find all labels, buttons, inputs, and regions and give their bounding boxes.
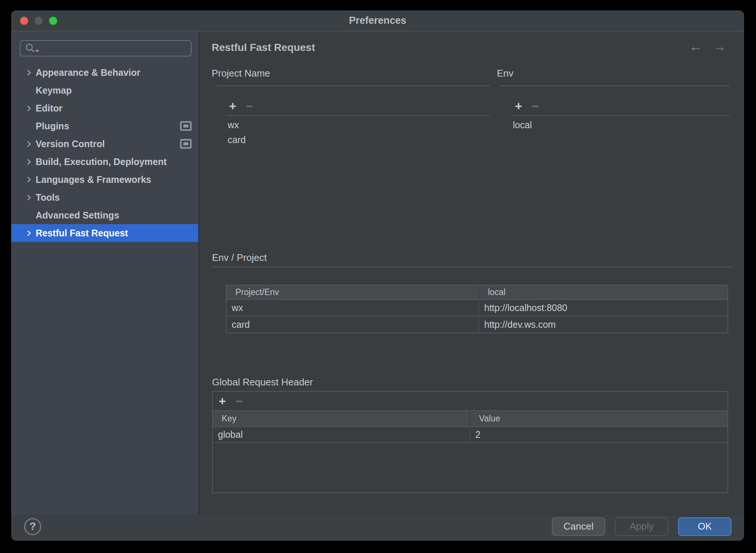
page-title: Restful Fast Request xyxy=(212,42,315,54)
chevron-right-icon[interactable] xyxy=(25,177,31,182)
column-header[interactable]: Key xyxy=(213,411,470,426)
search-filter-chevron-icon[interactable] xyxy=(35,50,39,52)
env-list: local xyxy=(513,117,532,132)
table-row[interactable]: card http://dev.ws.com xyxy=(227,316,727,333)
sidebar-item-label: Languages & Frameworks xyxy=(36,174,151,185)
project-add-button[interactable]: + xyxy=(229,100,236,112)
close-window-button[interactable] xyxy=(20,17,28,25)
project-name-separator xyxy=(216,85,490,86)
project-toolbar: + − xyxy=(229,100,253,112)
env-toolbar: + − xyxy=(515,100,539,112)
zoom-window-button[interactable] xyxy=(49,17,57,25)
search-icon xyxy=(25,43,36,54)
sidebar-item-label: Appearance & Behavior xyxy=(36,67,140,78)
preferences-window: Preferences Appearance & Behavior Keymap xyxy=(11,10,744,541)
chevron-right-icon[interactable] xyxy=(25,159,31,165)
chevron-right-icon[interactable] xyxy=(25,194,31,200)
project-list-item[interactable]: card xyxy=(228,132,246,147)
sidebar-item-advanced-settings[interactable]: Advanced Settings xyxy=(11,206,198,224)
traffic-lights xyxy=(20,17,57,25)
sidebar-item-editor[interactable]: Editor xyxy=(11,99,198,117)
global-header-toolbar: + − xyxy=(213,392,727,411)
global-header-table-header: Key Value xyxy=(213,411,727,427)
project-toolbar-underline xyxy=(227,115,490,116)
env-project-table-header: Project/Env local xyxy=(227,285,727,300)
sidebar-item-keymap[interactable]: Keymap xyxy=(11,81,198,99)
table-row[interactable]: global 2 xyxy=(213,427,727,443)
sidebar-item-label: Editor xyxy=(36,103,62,114)
project-name-section-label: Project Name xyxy=(212,68,270,79)
help-button[interactable]: ? xyxy=(24,518,41,535)
apply-button[interactable]: Apply xyxy=(615,517,668,536)
table-cell[interactable]: 2 xyxy=(470,427,727,442)
sidebar-item-plugins[interactable]: Plugins xyxy=(11,117,198,135)
sidebar-item-build-execution-deployment[interactable]: Build, Execution, Deployment xyxy=(11,153,198,171)
modified-settings-badge-icon xyxy=(180,139,192,149)
cancel-button[interactable]: Cancel xyxy=(552,517,605,536)
env-add-button[interactable]: + xyxy=(515,100,522,112)
env-section-label: Env xyxy=(497,68,514,79)
question-mark-icon: ? xyxy=(29,520,36,533)
sidebar-item-restful-fast-request[interactable]: Restful Fast Request xyxy=(11,224,198,242)
env-project-table: Project/Env local wx http://localhost:80… xyxy=(226,285,728,333)
sidebar-item-languages-frameworks[interactable]: Languages & Frameworks xyxy=(11,171,198,188)
forward-arrow-button[interactable]: → xyxy=(713,40,726,53)
table-cell[interactable]: wx xyxy=(227,300,479,316)
chevron-right-icon[interactable] xyxy=(25,105,31,111)
env-project-separator xyxy=(212,266,733,267)
env-project-section-label: Env / Project xyxy=(212,252,267,263)
global-header-add-button[interactable]: + xyxy=(219,395,226,407)
chevron-right-icon[interactable] xyxy=(25,69,31,75)
sidebar-item-label: Build, Execution, Deployment xyxy=(36,156,167,167)
table-cell[interactable]: card xyxy=(227,316,479,333)
sidebar-item-label: Advanced Settings xyxy=(36,210,119,221)
window-title: Preferences xyxy=(11,10,744,31)
env-remove-button[interactable]: − xyxy=(532,100,539,112)
settings-panel: Restful Fast Request ← → Project Name + … xyxy=(199,32,744,515)
chevron-right-icon[interactable] xyxy=(25,141,31,147)
env-toolbar-underline xyxy=(511,115,730,116)
back-arrow-button[interactable]: ← xyxy=(689,40,703,53)
sidebar-item-label: Restful Fast Request xyxy=(36,228,128,239)
project-list: wx card xyxy=(228,117,246,147)
sidebar-item-label: Plugins xyxy=(36,121,69,132)
sidebar-item-label: Keymap xyxy=(36,85,72,96)
chevron-right-icon[interactable] xyxy=(25,230,31,236)
ok-button[interactable]: OK xyxy=(678,517,731,536)
sidebar-item-version-control[interactable]: Version Control xyxy=(11,135,198,153)
window-titlebar: Preferences xyxy=(11,10,744,32)
column-header[interactable]: local xyxy=(479,285,727,299)
env-list-item[interactable]: local xyxy=(513,117,532,132)
sidebar-item-label: Tools xyxy=(36,192,60,203)
settings-sidebar: Appearance & Behavior Keymap Editor Plug… xyxy=(11,32,199,515)
table-cell[interactable]: http://dev.ws.com xyxy=(479,316,727,333)
table-cell[interactable]: global xyxy=(213,427,470,442)
env-separator xyxy=(501,85,730,86)
modified-settings-badge-icon xyxy=(180,121,192,131)
project-remove-button[interactable]: − xyxy=(246,100,253,112)
table-cell[interactable]: http://localhost:8080 xyxy=(479,300,727,316)
global-header-remove-button[interactable]: − xyxy=(235,395,242,407)
settings-tree: Appearance & Behavior Keymap Editor Plug… xyxy=(11,64,198,242)
column-header[interactable]: Project/Env xyxy=(227,285,479,299)
project-list-item[interactable]: wx xyxy=(228,117,246,132)
sidebar-item-tools[interactable]: Tools xyxy=(11,188,198,206)
table-row[interactable]: wx http://localhost:8080 xyxy=(227,300,727,316)
global-request-header-panel: + − Key Value global 2 xyxy=(212,391,728,493)
sidebar-item-appearance-behavior[interactable]: Appearance & Behavior xyxy=(11,64,198,81)
search-input[interactable] xyxy=(20,40,192,56)
column-header[interactable]: Value xyxy=(470,411,727,426)
sidebar-item-label: Version Control xyxy=(36,139,105,149)
dialog-footer: ? Cancel Apply OK xyxy=(11,515,744,541)
global-request-header-section-label: Global Request Header xyxy=(212,376,313,388)
minimize-window-button[interactable] xyxy=(35,17,43,25)
